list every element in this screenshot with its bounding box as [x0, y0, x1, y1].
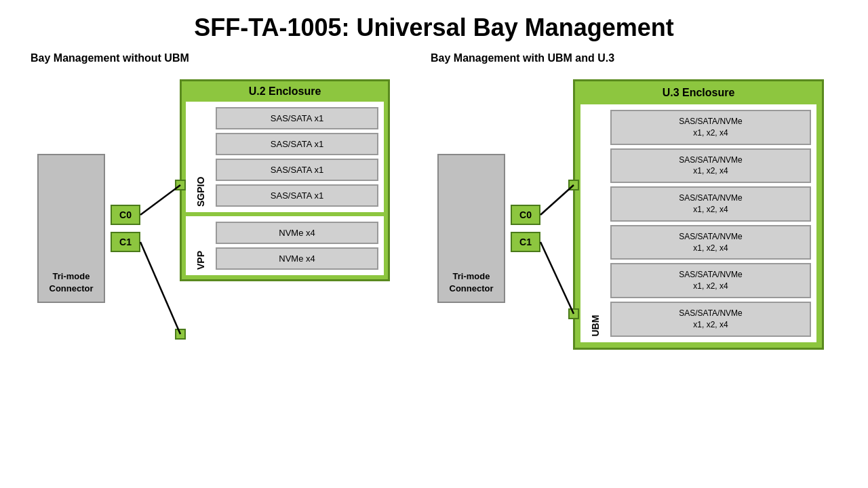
left-diagram-title: Bay Management without UBM: [31, 52, 189, 64]
right-diagram-title: Bay Management with UBM and U.3: [431, 52, 614, 64]
left-c0-box: C0: [111, 205, 140, 225]
right-c1-box: C1: [511, 232, 540, 252]
left-diagram: Bay Management without UBM Tri-modeConne…: [31, 52, 410, 452]
left-trimode-box: Tri-modeConnector: [37, 154, 105, 303]
u3-slot-1: SAS/SATA/NVMex1, x2, x4: [610, 110, 811, 145]
slot-vpp-2: NVMe x4: [216, 247, 378, 270]
left-c1-box: C1: [111, 232, 140, 252]
right-c0-box: C0: [511, 205, 540, 225]
right-diagram: Bay Management with UBM and U.3 Tri-mode…: [431, 52, 837, 452]
left-connector-bottom: [175, 329, 186, 340]
u3-slot-4: SAS/SATA/NVMex1, x2, x4: [610, 225, 811, 260]
slot-sgpio-1: SAS/SATA x1: [216, 107, 378, 129]
diagrams-container: Bay Management without UBM Tri-modeConne…: [0, 52, 868, 452]
ubm-label: UBM: [586, 110, 605, 337]
slot-sgpio-3: SAS/SATA x1: [216, 159, 378, 181]
u3-slot-5: SAS/SATA/NVMex1, x2, x4: [610, 263, 811, 298]
slot-vpp-1: NVMe x4: [216, 222, 378, 244]
u2-enclosure: U.2 Enclosure SGPIO SAS/SATA x1 SAS/SATA…: [180, 79, 390, 281]
right-trimode-label: Tri-modeConnector: [450, 270, 494, 295]
page-title: SFF-TA-1005: Universal Bay Management: [0, 0, 868, 49]
left-connector-top: [175, 180, 186, 190]
u3-slot-3: SAS/SATA/NVMex1, x2, x4: [610, 186, 811, 222]
sgpio-label: SGPIO: [191, 107, 210, 207]
svg-line-3: [540, 242, 574, 314]
vpp-label: VPP: [191, 222, 210, 270]
svg-line-1: [140, 242, 180, 334]
right-connector-top: [568, 180, 579, 190]
slot-sgpio-4: SAS/SATA x1: [216, 184, 378, 207]
u3-enclosure-title: U.3 Enclosure: [580, 87, 816, 99]
right-trimode-box: Tri-modeConnector: [437, 154, 505, 303]
u2-enclosure-title: U.2 Enclosure: [186, 85, 384, 98]
u3-enclosure: U.3 Enclosure UBM SAS/SATA/NVMex1, x2, x…: [573, 79, 824, 350]
u3-slot-2: SAS/SATA/NVMex1, x2, x4: [610, 148, 811, 184]
slot-sgpio-2: SAS/SATA x1: [216, 133, 378, 155]
left-trimode-label: Tri-modeConnector: [50, 270, 94, 295]
right-connector-bottom: [568, 308, 579, 319]
u3-slot-6: SAS/SATA/NVMex1, x2, x4: [610, 302, 811, 337]
